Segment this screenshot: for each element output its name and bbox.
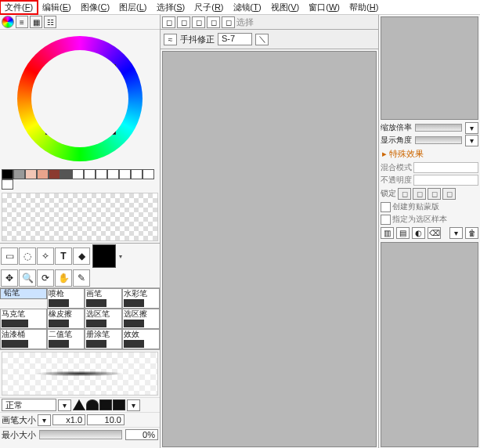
palette-icon[interactable]: ▦ [30, 16, 42, 28]
menu-item[interactable]: 尺子(R) [189, 1, 228, 14]
tip-shape[interactable] [73, 399, 85, 410]
brush-name: 选区笔 [86, 310, 121, 318]
brush-preset[interactable]: 喷枪 [47, 288, 85, 309]
wand-tool-icon[interactable]: ✧ [37, 247, 54, 265]
selection-toolbar: ◻ ◻ ◻ ◻ ◻ 选择 [161, 15, 378, 30]
swatch[interactable] [37, 169, 49, 179]
canvas-area[interactable] [162, 51, 377, 447]
sel-mode-icon[interactable]: ◻ [222, 16, 235, 28]
sel-mode-icon[interactable]: ◻ [162, 16, 175, 28]
tip-shape[interactable] [86, 399, 99, 410]
menu-item[interactable]: 图像(C) [76, 1, 114, 14]
new-layer-icon[interactable]: ▥ [381, 227, 394, 239]
stabilizer-select[interactable]: S-7 [218, 33, 252, 45]
marquee-tool-icon[interactable]: ▭ [1, 247, 18, 265]
layer-mask-icon[interactable]: ◐ [412, 227, 425, 239]
scratch-icon[interactable]: ☷ [44, 16, 56, 28]
zoom-slider[interactable] [415, 124, 462, 132]
min-size-slider[interactable] [39, 430, 122, 439]
brush-preset[interactable]: 马克笔 [0, 309, 47, 329]
brush-name: 选区擦 [124, 310, 158, 318]
sel-mode-icon[interactable]: ◻ [177, 16, 190, 28]
swatch[interactable] [60, 169, 72, 179]
lock-btn-icon[interactable]: ◻ [442, 188, 456, 200]
sel-mode-icon[interactable]: ◻ [192, 16, 205, 28]
menu-item[interactable]: 文件(F) [0, 1, 38, 14]
brush-preset[interactable]: 油漆桶 [0, 329, 47, 349]
color-wheel-mode-icon[interactable] [2, 16, 14, 28]
blend-dropdown-icon[interactable]: ▾ [58, 399, 71, 411]
blend-mode-select[interactable]: 正常 [2, 399, 56, 411]
shape-tool-icon[interactable]: ◆ [73, 247, 90, 265]
line-tool-icon[interactable]: ＼ [255, 34, 269, 45]
tip-shape[interactable] [113, 399, 125, 410]
angle-slider[interactable] [415, 136, 462, 144]
menu-item[interactable]: 选择(S) [152, 1, 190, 14]
menu-item[interactable]: 编辑(E) [38, 1, 76, 14]
zoom-dropdown-icon[interactable]: ▾ [465, 122, 478, 134]
new-folder-icon[interactable]: ▤ [396, 227, 410, 239]
swatch-grid[interactable] [2, 193, 158, 241]
swatch[interactable] [96, 169, 107, 179]
eyedropper-tool-icon[interactable]: ✎ [73, 269, 90, 287]
size-dropdown-icon[interactable]: ▾ [38, 414, 51, 426]
swatch[interactable] [25, 169, 37, 179]
clear-layer-icon[interactable]: ⌫ [428, 227, 441, 239]
brush-preset[interactable]: 水彩笔 [122, 288, 160, 309]
menu-item[interactable]: 滤镜(T) [229, 1, 266, 14]
swatch[interactable] [2, 169, 13, 179]
brush-preset[interactable]: 铅笔 [0, 288, 47, 299]
swatch[interactable] [2, 179, 13, 190]
brush-preset[interactable]: 选区擦 [122, 309, 160, 329]
swatch[interactable] [143, 169, 154, 179]
lock-btn-icon[interactable]: ◻ [413, 188, 426, 200]
foreground-color[interactable] [92, 244, 116, 268]
swatch[interactable] [72, 169, 84, 179]
brush-preset[interactable]: 二值笔 [47, 329, 85, 349]
delete-layer-icon[interactable]: 🗑 [465, 227, 478, 239]
lasso-tool-icon[interactable]: ◌ [19, 247, 36, 265]
swatch[interactable] [131, 169, 143, 179]
merge-down-icon[interactable]: ▾ [449, 227, 463, 239]
menu-item[interactable]: 图层(L) [114, 1, 151, 14]
move-tool-icon[interactable]: ✥ [1, 269, 18, 287]
swatch[interactable] [13, 169, 25, 179]
brush-preset[interactable]: 选区笔 [85, 309, 122, 329]
layer-blend-select[interactable] [413, 162, 478, 173]
swatch[interactable] [107, 169, 119, 179]
layer-opacity-input[interactable] [413, 175, 478, 186]
size-mult[interactable]: x1.0 [52, 414, 85, 425]
swatch[interactable] [84, 169, 96, 179]
stabilizer-icon[interactable]: ≈ [164, 34, 177, 45]
brush-preset[interactable]: 册涂笔 [85, 329, 122, 349]
special-effects-toggle[interactable]: ▸ 特殊效果 [379, 146, 480, 161]
lock-btn-icon[interactable]: ◻ [428, 188, 441, 200]
angle-dropdown-icon[interactable]: ▾ [465, 135, 478, 146]
swatch[interactable] [49, 169, 60, 179]
hand-tool-icon[interactable]: ✋ [55, 269, 72, 287]
menu-item[interactable]: 视图(V) [266, 1, 305, 14]
menu-item[interactable]: 窗口(W) [304, 1, 345, 14]
text-tool-icon[interactable]: T [55, 247, 72, 265]
layer-list[interactable] [381, 242, 478, 447]
assel-check[interactable] [381, 215, 391, 225]
zoom-tool-icon[interactable]: 🔍 [19, 269, 36, 287]
min-size-value[interactable]: 0% [125, 429, 158, 440]
clip-check[interactable] [381, 202, 391, 212]
lock-btn-icon[interactable]: ◻ [398, 188, 411, 200]
menu-item[interactable]: 帮助(H) [345, 1, 383, 14]
fgbg-swap-icon[interactable]: ▾ [117, 248, 125, 264]
swatch[interactable] [119, 169, 131, 179]
navigator[interactable] [381, 16, 478, 120]
size-value[interactable]: 10.0 [87, 414, 125, 425]
rotate-tool-icon[interactable]: ⟳ [37, 269, 54, 287]
color-wheel[interactable] [0, 30, 160, 168]
tip-dropdown-icon[interactable]: ▾ [127, 399, 140, 411]
brush-preset[interactable]: 画笔 [85, 288, 122, 309]
rgb-slider-icon[interactable]: ≡ [16, 16, 28, 28]
sel-mode-icon[interactable]: ◻ [207, 16, 220, 28]
brush-preset[interactable]: 橡皮擦 [47, 309, 85, 329]
brush-preset[interactable]: 效效 [122, 329, 160, 349]
brush-name: 画笔 [86, 290, 121, 298]
tip-shape[interactable] [99, 399, 112, 410]
